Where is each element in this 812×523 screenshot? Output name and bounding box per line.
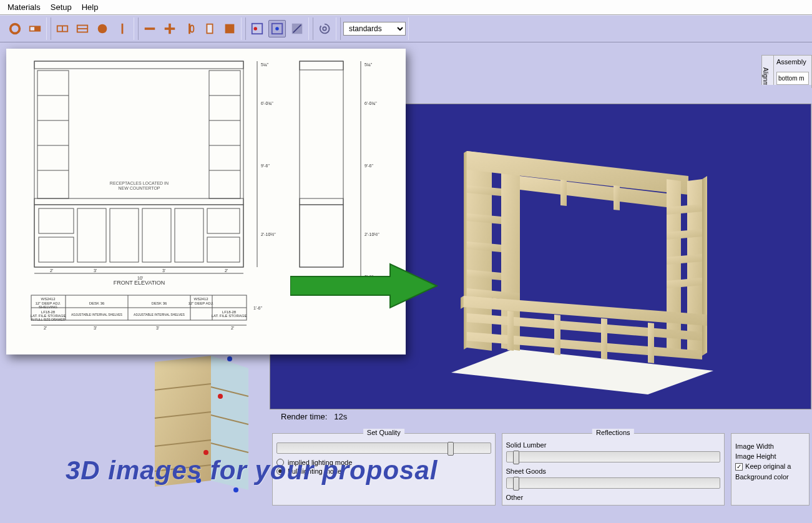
solid-lumber-label: Solid Lumber (506, 441, 721, 449)
quality-legend: Set Quality (363, 429, 404, 436)
tool-disc-icon[interactable] (94, 20, 111, 37)
image-panel: Image Width Image Height ✓Keep original … (731, 433, 810, 506)
svg-text:WS2412: WS2412 (41, 297, 56, 301)
svg-text:3': 3' (156, 326, 159, 330)
tool-spiral-icon[interactable] (316, 20, 333, 37)
rendered-cabinet (420, 126, 745, 401)
svg-text:9'-6": 9'-6" (261, 164, 270, 168)
tool-angle-icon[interactable] (288, 20, 306, 37)
svg-text:LAT. FILE STORAGE: LAT. FILE STORAGE (212, 314, 247, 318)
reflections-panel: Reflections Solid Lumber Sheet Goods Oth… (502, 433, 725, 506)
tool-plus-icon[interactable] (161, 20, 179, 37)
svg-text:NEW COUNTERTOP: NEW COUNTERTOP (118, 186, 160, 190)
tool-door-icon[interactable] (201, 20, 218, 37)
svg-text:IN FULL SIZE DRAWER: IN FULL SIZE DRAWER (31, 318, 66, 321)
tool-align-red-icon[interactable] (248, 20, 266, 37)
svg-text:12" DEEP ADJ.: 12" DEEP ADJ. (188, 301, 213, 305)
svg-text:6'-0¾": 6'-0¾" (364, 101, 377, 105)
image-width-label: Image Width (735, 442, 805, 450)
menu-bar: Materials Setup Help (0, 0, 812, 15)
svg-text:5¼": 5¼" (261, 62, 269, 67)
svg-point-18 (254, 27, 258, 31)
svg-text:2': 2' (50, 268, 53, 273)
svg-marker-47 (601, 318, 607, 359)
svg-text:10': 10' (137, 276, 143, 280)
bg-color-label: Background color (735, 473, 805, 481)
tool-align-blue-icon[interactable] (268, 20, 286, 37)
promo-caption: 3D images for your proposal (66, 456, 438, 486)
svg-text:DESK 36: DESK 36 (89, 301, 105, 305)
assembly-item[interactable]: bottom m (776, 72, 809, 85)
sheet-goods-label: Sheet Goods (506, 467, 721, 475)
svg-rect-9 (145, 27, 155, 30)
tool-line-icon[interactable] (114, 20, 131, 37)
svg-text:ADJUSTABLE INTERNAL SHELVES: ADJUSTABLE INTERNAL SHELVES (71, 313, 123, 316)
svg-point-22 (323, 27, 326, 31)
svg-rect-2 (31, 27, 34, 31)
svg-point-62 (203, 450, 208, 455)
svg-point-20 (275, 27, 279, 31)
svg-text:DESK 36: DESK 36 (152, 301, 167, 305)
svg-marker-31 (702, 176, 707, 356)
svg-text:5¼": 5¼" (364, 62, 373, 67)
tool-split-icon[interactable] (54, 20, 71, 37)
svg-marker-48 (648, 323, 654, 363)
sheet-goods-slider[interactable] (506, 477, 721, 489)
svg-text:2': 2' (225, 268, 228, 273)
svg-text:9'-6": 9'-6" (364, 164, 373, 168)
svg-text:2'-10½": 2'-10½" (364, 232, 379, 237)
tool-ring-icon[interactable] (6, 20, 24, 37)
svg-point-7 (98, 24, 107, 34)
svg-rect-11 (169, 24, 171, 34)
svg-point-13 (190, 26, 194, 32)
svg-point-60 (218, 394, 223, 399)
tool-midrail-icon[interactable] (74, 20, 91, 37)
other-label: Other (506, 494, 721, 501)
quality-slider[interactable] (276, 442, 491, 454)
menu-materials[interactable]: Materials (7, 2, 41, 12)
standards-select[interactable]: standards (343, 22, 406, 36)
reflections-legend: Reflections (592, 429, 633, 436)
render-time: Render time: 12s (281, 412, 347, 421)
tool-handle-icon[interactable] (181, 20, 198, 37)
svg-marker-49 (560, 180, 567, 206)
menu-setup[interactable]: Setup (51, 2, 72, 12)
svg-text:FRONT ELEVATION: FRONT ELEVATION (114, 280, 165, 286)
svg-text:2': 2' (44, 326, 47, 330)
tool-square-icon[interactable] (221, 20, 238, 37)
svg-rect-16 (225, 24, 235, 34)
svg-text:3': 3' (94, 268, 97, 273)
svg-marker-139 (290, 264, 437, 308)
svg-marker-50 (614, 185, 620, 210)
assembly-header: Assembly (776, 58, 809, 66)
svg-text:6'-0¾": 6'-0¾" (261, 101, 273, 105)
svg-text:3': 3' (94, 326, 97, 330)
svg-marker-25 (464, 151, 467, 349)
svg-text:2': 2' (231, 326, 234, 330)
render-time-value: 12s (334, 412, 347, 421)
svg-text:1'-6": 1'-6" (253, 306, 262, 310)
svg-text:2'-10½": 2'-10½" (261, 232, 276, 237)
svg-text:3': 3' (162, 268, 165, 273)
svg-marker-42 (461, 296, 464, 309)
svg-text:ADJUSTABLE INTERNAL SHELVES: ADJUSTABLE INTERNAL SHELVES (134, 313, 185, 316)
svg-point-0 (11, 24, 20, 34)
svg-text:WS2412: WS2412 (193, 297, 208, 301)
svg-text:RECEPTACLES LOCATED IN: RECEPTACLES LOCATED IN (110, 181, 169, 185)
solid-lumber-slider[interactable] (506, 451, 721, 462)
tool-bar-icon[interactable] (141, 20, 159, 37)
svg-marker-45 (507, 311, 514, 351)
svg-point-64 (233, 487, 238, 492)
keep-aspect-checkbox[interactable]: ✓Keep original a (735, 462, 805, 471)
svg-point-61 (227, 356, 232, 361)
render-time-label: Render time: (281, 412, 327, 421)
tool-panel-icon[interactable] (26, 20, 44, 37)
arrow-icon (290, 261, 440, 311)
image-height-label: Image Height (735, 452, 805, 460)
assembly-panel: Assembly bottom m (773, 55, 812, 88)
toolbar: standards (0, 15, 812, 42)
svg-rect-15 (207, 25, 212, 33)
svg-marker-46 (554, 315, 560, 355)
svg-text:SHELVING: SHELVING (39, 305, 57, 309)
menu-help[interactable]: Help (82, 2, 99, 12)
